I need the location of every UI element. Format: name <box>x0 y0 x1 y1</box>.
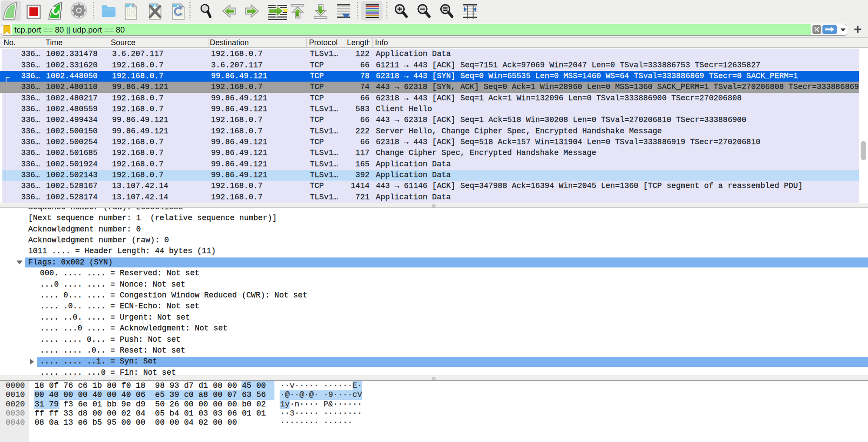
svg-text:01110: 01110 <box>127 14 135 17</box>
